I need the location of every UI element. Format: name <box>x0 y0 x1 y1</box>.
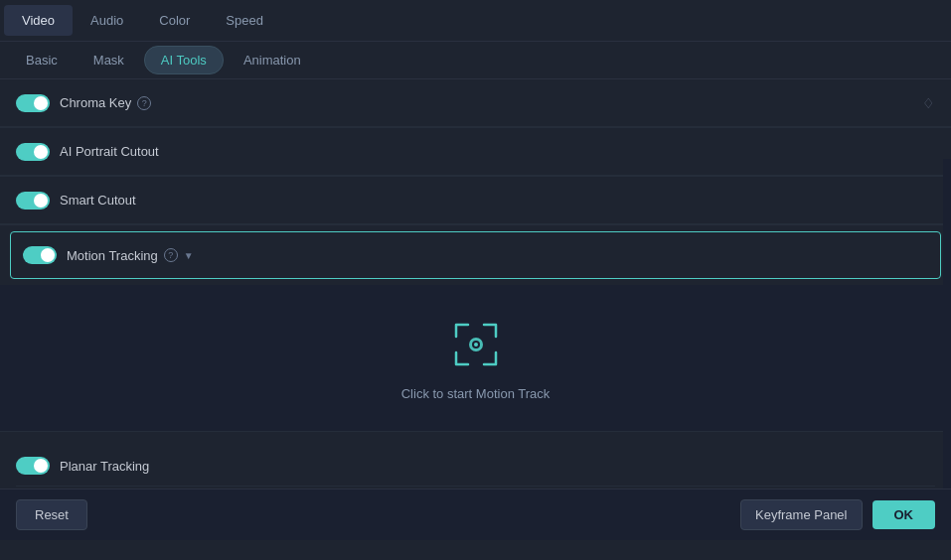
ai-portrait-label: AI Portrait Cutout <box>60 144 159 159</box>
tab-animation[interactable]: Animation <box>228 47 317 73</box>
sub-tab-bar: Basic Mask AI Tools Animation <box>0 42 951 79</box>
ai-portrait-row: AI Portrait Cutout <box>0 128 951 176</box>
bottom-bar: Reset Keyframe Panel OK <box>0 489 951 540</box>
chroma-key-help-icon[interactable]: ? <box>137 96 151 110</box>
motion-track-icon <box>446 315 506 374</box>
bottom-right-actions: Keyframe Panel OK <box>740 499 935 530</box>
motion-tracking-toggle[interactable] <box>23 246 57 264</box>
motion-tracking-label: Motion Tracking ? ▼ <box>67 248 194 263</box>
motion-track-label: Click to start Motion Track <box>401 386 551 401</box>
smart-cutout-row: Smart Cutout <box>0 177 951 224</box>
motion-track-section[interactable]: Click to start Motion Track <box>0 285 951 431</box>
motion-tracking-help-icon[interactable]: ? <box>164 248 178 262</box>
planar-tracking-toggle[interactable] <box>16 457 50 475</box>
tab-ai-tools[interactable]: AI Tools <box>144 46 224 74</box>
top-tab-bar: Video Audio Color Speed <box>0 0 951 42</box>
planar-tracking-row: Planar Tracking <box>16 446 935 486</box>
tab-basic[interactable]: Basic <box>10 47 74 73</box>
tab-speed[interactable]: Speed <box>208 5 281 36</box>
tab-video[interactable]: Video <box>4 5 73 36</box>
svg-point-2 <box>474 343 478 347</box>
motion-tracking-row: Motion Tracking ? ▼ <box>10 231 941 279</box>
chroma-key-toggle[interactable] <box>16 94 50 112</box>
tab-mask[interactable]: Mask <box>78 47 140 73</box>
chroma-key-row: Chroma Key ? ♢ <box>0 79 951 127</box>
ok-button[interactable]: OK <box>872 500 936 529</box>
main-content: Chroma Key ? ♢ AI Portrait Cutout Smart … <box>0 79 951 540</box>
chroma-key-label: Chroma Key ? <box>60 95 151 110</box>
motion-tracking-chevron-icon: ▼ <box>184 250 194 261</box>
chroma-key-diamond-icon[interactable]: ♢ <box>922 95 935 111</box>
reset-button[interactable]: Reset <box>16 499 87 530</box>
tab-audio[interactable]: Audio <box>73 5 141 36</box>
planar-tracking-label: Planar Tracking <box>60 459 149 474</box>
ai-portrait-toggle[interactable] <box>16 143 50 161</box>
smart-cutout-toggle[interactable] <box>16 192 50 210</box>
tab-color[interactable]: Color <box>141 5 208 36</box>
keyframe-panel-button[interactable]: Keyframe Panel <box>740 499 863 530</box>
smart-cutout-label: Smart Cutout <box>60 193 136 208</box>
scrollbar[interactable] <box>943 159 951 489</box>
